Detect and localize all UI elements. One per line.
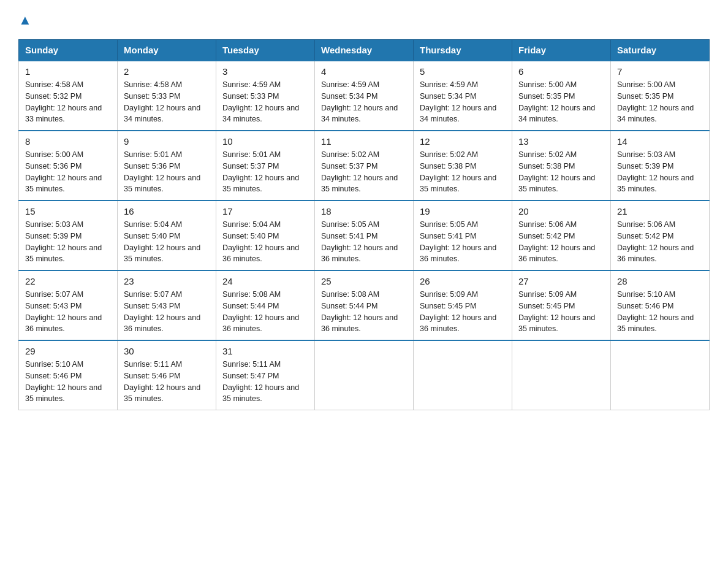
- calendar-header-friday: Friday: [512, 40, 611, 61]
- day-info: Sunrise: 5:00 AMSunset: 5:35 PMDaylight:…: [617, 79, 703, 125]
- day-info: Sunrise: 5:00 AMSunset: 5:36 PMDaylight:…: [25, 149, 111, 195]
- calendar-cell: 10Sunrise: 5:01 AMSunset: 5:37 PMDayligh…: [216, 131, 315, 201]
- day-number: 19: [420, 206, 506, 216]
- day-info: Sunrise: 4:59 AMSunset: 5:33 PMDaylight:…: [222, 79, 308, 125]
- calendar-header-wednesday: Wednesday: [315, 40, 414, 61]
- calendar-cell: 16Sunrise: 5:04 AMSunset: 5:40 PMDayligh…: [118, 201, 216, 270]
- day-info: Sunrise: 5:07 AMSunset: 5:43 PMDaylight:…: [25, 289, 111, 335]
- day-number: 18: [321, 206, 407, 216]
- logo-top: ▲: [18, 12, 32, 28]
- calendar-cell: 8Sunrise: 5:00 AMSunset: 5:36 PMDaylight…: [19, 131, 118, 201]
- day-number: 10: [222, 136, 308, 147]
- day-number: 14: [617, 136, 703, 147]
- page-header: ▲: [18, 12, 710, 28]
- calendar-cell: 20Sunrise: 5:06 AMSunset: 5:42 PMDayligh…: [512, 201, 611, 270]
- day-number: 26: [420, 276, 506, 286]
- day-info: Sunrise: 5:03 AMSunset: 5:39 PMDaylight:…: [25, 219, 111, 265]
- day-info: Sunrise: 5:06 AMSunset: 5:42 PMDaylight:…: [617, 219, 703, 265]
- day-info: Sunrise: 4:58 AMSunset: 5:33 PMDaylight:…: [124, 79, 210, 125]
- calendar-cell: 7Sunrise: 5:00 AMSunset: 5:35 PMDaylight…: [611, 61, 710, 131]
- day-info: Sunrise: 5:10 AMSunset: 5:46 PMDaylight:…: [617, 289, 703, 335]
- day-info: Sunrise: 5:09 AMSunset: 5:45 PMDaylight:…: [518, 289, 604, 335]
- calendar-header-thursday: Thursday: [414, 40, 512, 61]
- day-number: 31: [222, 346, 308, 356]
- day-number: 4: [321, 66, 407, 77]
- calendar-cell: 27Sunrise: 5:09 AMSunset: 5:45 PMDayligh…: [512, 270, 611, 340]
- calendar-cell: 22Sunrise: 5:07 AMSunset: 5:43 PMDayligh…: [19, 270, 118, 340]
- day-info: Sunrise: 5:11 AMSunset: 5:47 PMDaylight:…: [222, 359, 308, 405]
- day-number: 8: [25, 136, 111, 147]
- day-info: Sunrise: 4:59 AMSunset: 5:34 PMDaylight:…: [321, 79, 407, 125]
- calendar-cell: 3Sunrise: 4:59 AMSunset: 5:33 PMDaylight…: [216, 61, 315, 131]
- calendar-cell: 15Sunrise: 5:03 AMSunset: 5:39 PMDayligh…: [19, 201, 118, 270]
- day-info: Sunrise: 5:02 AMSunset: 5:37 PMDaylight:…: [321, 149, 407, 195]
- calendar-cell: 9Sunrise: 5:01 AMSunset: 5:36 PMDaylight…: [118, 131, 216, 201]
- day-number: 23: [124, 276, 210, 286]
- calendar-cell: 18Sunrise: 5:05 AMSunset: 5:41 PMDayligh…: [315, 201, 414, 270]
- calendar-header-monday: Monday: [118, 40, 216, 61]
- calendar-cell: 31Sunrise: 5:11 AMSunset: 5:47 PMDayligh…: [216, 340, 315, 410]
- day-info: Sunrise: 5:07 AMSunset: 5:43 PMDaylight:…: [124, 289, 210, 335]
- day-number: 28: [617, 276, 703, 286]
- day-info: Sunrise: 5:03 AMSunset: 5:39 PMDaylight:…: [617, 149, 703, 195]
- day-number: 7: [617, 66, 703, 77]
- day-info: Sunrise: 5:08 AMSunset: 5:44 PMDaylight:…: [321, 289, 407, 335]
- calendar-cell: 25Sunrise: 5:08 AMSunset: 5:44 PMDayligh…: [315, 270, 414, 340]
- calendar-cell: 11Sunrise: 5:02 AMSunset: 5:37 PMDayligh…: [315, 131, 414, 201]
- day-info: Sunrise: 5:01 AMSunset: 5:37 PMDaylight:…: [222, 149, 308, 195]
- calendar-week-row: 8Sunrise: 5:00 AMSunset: 5:36 PMDaylight…: [19, 131, 710, 201]
- day-number: 15: [25, 206, 111, 216]
- day-info: Sunrise: 5:11 AMSunset: 5:46 PMDaylight:…: [124, 359, 210, 405]
- calendar-week-row: 22Sunrise: 5:07 AMSunset: 5:43 PMDayligh…: [19, 270, 710, 340]
- day-number: 24: [222, 276, 308, 286]
- day-info: Sunrise: 5:01 AMSunset: 5:36 PMDaylight:…: [124, 149, 210, 195]
- day-number: 6: [518, 66, 604, 77]
- day-info: Sunrise: 5:04 AMSunset: 5:40 PMDaylight:…: [124, 219, 210, 265]
- calendar-cell: 14Sunrise: 5:03 AMSunset: 5:39 PMDayligh…: [611, 131, 710, 201]
- day-number: 29: [25, 346, 111, 356]
- day-info: Sunrise: 4:59 AMSunset: 5:34 PMDaylight:…: [420, 79, 506, 125]
- day-info: Sunrise: 5:02 AMSunset: 5:38 PMDaylight:…: [518, 149, 604, 195]
- day-number: 21: [617, 206, 703, 216]
- calendar-week-row: 1Sunrise: 4:58 AMSunset: 5:32 PMDaylight…: [19, 61, 710, 131]
- calendar-cell: 4Sunrise: 4:59 AMSunset: 5:34 PMDaylight…: [315, 61, 414, 131]
- calendar-cell: 12Sunrise: 5:02 AMSunset: 5:38 PMDayligh…: [414, 131, 512, 201]
- calendar-header-sunday: Sunday: [19, 40, 118, 61]
- calendar-cell: 28Sunrise: 5:10 AMSunset: 5:46 PMDayligh…: [611, 270, 710, 340]
- logo-blue-text: ▲: [18, 12, 32, 28]
- calendar-cell: [315, 340, 414, 410]
- day-info: Sunrise: 5:10 AMSunset: 5:46 PMDaylight:…: [25, 359, 111, 405]
- day-number: 3: [222, 66, 308, 77]
- calendar-week-row: 15Sunrise: 5:03 AMSunset: 5:39 PMDayligh…: [19, 201, 710, 270]
- calendar-cell: 13Sunrise: 5:02 AMSunset: 5:38 PMDayligh…: [512, 131, 611, 201]
- calendar-header-saturday: Saturday: [611, 40, 710, 61]
- day-info: Sunrise: 4:58 AMSunset: 5:32 PMDaylight:…: [25, 79, 111, 125]
- day-number: 9: [124, 136, 210, 147]
- calendar-cell: 24Sunrise: 5:08 AMSunset: 5:44 PMDayligh…: [216, 270, 315, 340]
- calendar-body: 1Sunrise: 4:58 AMSunset: 5:32 PMDaylight…: [19, 61, 710, 410]
- day-info: Sunrise: 5:06 AMSunset: 5:42 PMDaylight:…: [518, 219, 604, 265]
- day-info: Sunrise: 5:02 AMSunset: 5:38 PMDaylight:…: [420, 149, 506, 195]
- day-number: 11: [321, 136, 407, 147]
- calendar-cell: 1Sunrise: 4:58 AMSunset: 5:32 PMDaylight…: [19, 61, 118, 131]
- logo: ▲: [18, 12, 32, 28]
- day-info: Sunrise: 5:08 AMSunset: 5:44 PMDaylight:…: [222, 289, 308, 335]
- calendar-cell: 21Sunrise: 5:06 AMSunset: 5:42 PMDayligh…: [611, 201, 710, 270]
- day-info: Sunrise: 5:05 AMSunset: 5:41 PMDaylight:…: [321, 219, 407, 265]
- day-number: 2: [124, 66, 210, 77]
- day-info: Sunrise: 5:05 AMSunset: 5:41 PMDaylight:…: [420, 219, 506, 265]
- calendar-cell: 2Sunrise: 4:58 AMSunset: 5:33 PMDaylight…: [118, 61, 216, 131]
- calendar-cell: [611, 340, 710, 410]
- calendar-cell: 5Sunrise: 4:59 AMSunset: 5:34 PMDaylight…: [414, 61, 512, 131]
- calendar-cell: 23Sunrise: 5:07 AMSunset: 5:43 PMDayligh…: [118, 270, 216, 340]
- day-info: Sunrise: 5:09 AMSunset: 5:45 PMDaylight:…: [420, 289, 506, 335]
- day-number: 22: [25, 276, 111, 286]
- day-number: 5: [420, 66, 506, 77]
- calendar-cell: 26Sunrise: 5:09 AMSunset: 5:45 PMDayligh…: [414, 270, 512, 340]
- calendar-cell: 17Sunrise: 5:04 AMSunset: 5:40 PMDayligh…: [216, 201, 315, 270]
- day-number: 16: [124, 206, 210, 216]
- calendar-header-tuesday: Tuesday: [216, 40, 315, 61]
- day-info: Sunrise: 5:00 AMSunset: 5:35 PMDaylight:…: [518, 79, 604, 125]
- day-number: 17: [222, 206, 308, 216]
- day-number: 1: [25, 66, 111, 77]
